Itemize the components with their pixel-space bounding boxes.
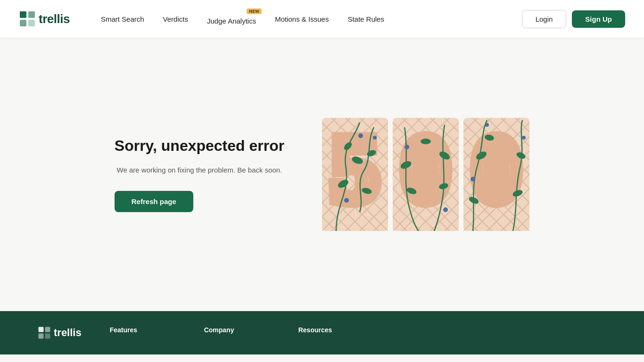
svg-rect-2 bbox=[20, 20, 26, 26]
svg-rect-1 bbox=[28, 11, 35, 18]
svg-rect-106 bbox=[45, 327, 50, 332]
svg-point-104 bbox=[485, 123, 489, 127]
refresh-button[interactable]: Refresh page bbox=[115, 191, 193, 212]
logo-text: trellis bbox=[39, 12, 70, 26]
svg-rect-0 bbox=[20, 11, 26, 18]
header: trellis Smart Search Verdicts Judge Anal… bbox=[0, 0, 644, 38]
error-title: Sorry, unexpected error bbox=[115, 137, 284, 155]
svg-point-68 bbox=[421, 139, 431, 144]
nav-judge-analytics[interactable]: Judge Analytics NEW bbox=[199, 9, 264, 29]
nav-state-rules[interactable]: State Rules bbox=[340, 11, 392, 27]
svg-point-69 bbox=[405, 145, 409, 149]
footer-company-heading: Company bbox=[204, 326, 270, 334]
svg-rect-105 bbox=[39, 327, 44, 332]
error-illustration: 5 bbox=[322, 118, 529, 231]
digit-0: 0 bbox=[393, 118, 459, 231]
svg-rect-108 bbox=[45, 334, 50, 339]
svg-point-70 bbox=[443, 207, 448, 212]
svg-rect-3 bbox=[28, 20, 35, 26]
svg-point-35 bbox=[344, 198, 349, 203]
nav-smart-search[interactable]: Smart Search bbox=[93, 11, 152, 27]
footer-features-heading: Features bbox=[110, 326, 176, 334]
logo[interactable]: trellis bbox=[19, 10, 70, 27]
signup-button[interactable]: Sign Up bbox=[572, 10, 625, 28]
footer: trellis Features Company Resources bbox=[0, 311, 644, 354]
svg-point-102 bbox=[471, 177, 475, 181]
footer-resources-heading: Resources bbox=[298, 326, 364, 334]
error-content: Sorry, unexpected error We are working o… bbox=[115, 137, 284, 212]
footer-company: Company bbox=[204, 326, 270, 336]
new-badge: NEW bbox=[247, 8, 262, 14]
error-description: We are working on fixing the problem. Be… bbox=[115, 165, 284, 176]
svg-point-103 bbox=[522, 136, 526, 140]
login-button[interactable]: Login bbox=[522, 10, 567, 28]
svg-rect-107 bbox=[39, 334, 44, 339]
logo-icon bbox=[19, 10, 36, 27]
main-nav: Smart Search Verdicts Judge Analytics NE… bbox=[93, 9, 522, 29]
svg-point-37 bbox=[373, 136, 377, 140]
header-actions: Login Sign Up bbox=[522, 10, 625, 28]
nav-verdicts[interactable]: Verdicts bbox=[156, 11, 196, 27]
footer-logo-icon bbox=[38, 326, 51, 339]
footer-resources: Resources bbox=[298, 326, 364, 336]
digit-5: 5 bbox=[322, 118, 388, 231]
svg-point-36 bbox=[358, 133, 363, 138]
digit-0-second: 0 bbox=[463, 118, 529, 231]
main-content: Sorry, unexpected error We are working o… bbox=[0, 38, 644, 311]
nav-motions-issues[interactable]: Motions & Issues bbox=[267, 11, 336, 27]
footer-features: Features bbox=[110, 326, 176, 336]
footer-logo[interactable]: trellis bbox=[38, 326, 82, 339]
footer-logo-text: trellis bbox=[54, 327, 82, 339]
svg-text:0: 0 bbox=[473, 118, 520, 221]
